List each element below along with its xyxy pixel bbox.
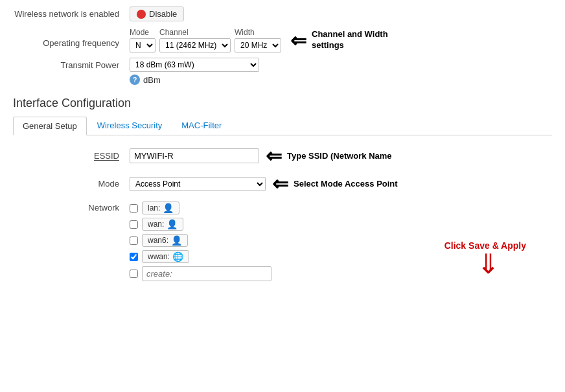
network-tag-wan-icon: 👤 [167, 219, 178, 229]
frequency-group: Mode N B G Channel 11 (2462 MHz) 1 (2412… [130, 27, 388, 52]
channel-annotation-text: Channel and Widthsettings [312, 29, 388, 51]
tab-mac-filter[interactable]: MAC-Filter [172, 117, 231, 135]
network-item-create [130, 266, 271, 281]
essid-annotation-text: Type SSID (Network Name [287, 151, 392, 161]
network-tag-wan6-label: wan6: [148, 236, 168, 245]
dbm-info-icon[interactable]: ? [130, 75, 140, 85]
essid-input[interactable] [130, 148, 259, 163]
disable-icon [137, 10, 146, 19]
essid-annotation-group: ⇐ Type SSID (Network Name [266, 144, 392, 167]
network-tag-wan-label: wan: [148, 220, 164, 229]
operating-frequency-row: Operating frequency Mode N B G Channel 1… [13, 27, 552, 52]
network-tag-wan6: wan6: 👤 [142, 234, 188, 247]
mode-arrow-icon: ⇐ [272, 172, 288, 195]
mode-col: Mode N B G [130, 28, 156, 52]
network-checkbox-lan[interactable] [130, 204, 138, 213]
width-select[interactable]: 20 MHz 40 MHz [235, 38, 281, 52]
transmit-power-label: Transmit Power [13, 58, 130, 70]
mode-col-label: Mode [130, 28, 149, 37]
network-tag-lan-label: lan: [148, 203, 160, 213]
disable-button[interactable]: Disable [130, 6, 184, 21]
channel-col: Channel 11 (2462 MHz) 1 (2412 MHz) 6 (24… [159, 28, 231, 52]
network-item-lan: lan: 👤 [130, 202, 271, 214]
operating-frequency-label: Operating frequency [13, 27, 130, 48]
network-tag-lan: lan: 👤 [142, 202, 179, 214]
channel-select[interactable]: 11 (2462 MHz) 1 (2412 MHz) 6 (2437 MHz) [159, 38, 231, 52]
wireless-enabled-row: Wireless network is enabled Disable [13, 6, 552, 21]
tab-general-setup[interactable]: General Setup [13, 117, 87, 135]
network-create-input[interactable] [142, 266, 271, 281]
channel-arrow-icon: ⇐ [290, 29, 306, 52]
mode-dropdown[interactable]: Access Point Client Ad-Hoc [130, 177, 266, 191]
network-tag-wwan-icon: 🌐 [172, 251, 183, 262]
network-checkbox-create[interactable] [130, 270, 138, 278]
channel-col-label: Channel [159, 28, 189, 37]
network-tag-lan-icon: 👤 [163, 203, 174, 213]
interface-section: Interface Configuration General Setup Wi… [13, 97, 552, 281]
width-col-label: Width [235, 28, 255, 37]
mode-label: Mode [13, 179, 130, 189]
network-checkbox-wan6[interactable] [130, 236, 138, 245]
network-item-wan6: wan6: 👤 [130, 234, 271, 247]
tab-wireless-security[interactable]: Wireless Security [88, 117, 171, 135]
network-tag-wwan-label: wwan: [148, 252, 170, 261]
network-tag-wan6-icon: 👤 [171, 235, 182, 246]
network-items-list: lan: 👤 wan: 👤 wan6: 👤 [130, 202, 271, 281]
mode-annotation-text: Select Mode Access Point [294, 179, 398, 189]
transmit-power-group: 18 dBm (63 mW) 17 dBm (50 mW) ? dBm [130, 58, 259, 85]
transmit-power-row: Transmit Power 18 dBm (63 mW) 17 dBm (50… [13, 58, 552, 85]
dbm-row: ? dBm [130, 75, 259, 85]
transmit-power-select[interactable]: 18 dBm (63 mW) 17 dBm (50 mW) [130, 58, 259, 72]
network-tag-wwan: wwan: 🌐 [142, 250, 189, 263]
disable-button-label: Disable [149, 9, 177, 19]
channel-annotation-group: ⇐ Channel and Widthsettings [290, 29, 388, 52]
save-apply-group: Click Save & Apply ⇓ [444, 240, 533, 278]
network-checkbox-wwan[interactable] [130, 253, 138, 261]
network-item-wan: wan: 👤 [130, 218, 271, 231]
frequency-selects: Mode N B G Channel 11 (2462 MHz) 1 (2412… [130, 28, 388, 52]
essid-row: ESSID ⇐ Type SSID (Network Name [13, 144, 552, 167]
mode-select[interactable]: N B G [130, 38, 156, 52]
wireless-enabled-label: Wireless network is enabled [13, 9, 130, 19]
mode-row: Mode Access Point Client Ad-Hoc ⇐ Select… [13, 172, 552, 195]
save-apply-arrow-icon: ⇓ [477, 251, 500, 278]
essid-arrow-icon: ⇐ [266, 144, 282, 167]
network-row: Network lan: 👤 wan: 👤 wan6: [13, 202, 552, 281]
network-checkbox-wan[interactable] [130, 220, 138, 229]
network-label: Network [13, 202, 130, 213]
width-col: Width 20 MHz 40 MHz [235, 28, 281, 52]
essid-label: ESSID [13, 151, 130, 161]
interface-section-title: Interface Configuration [13, 97, 552, 110]
mode-annotation-group: ⇐ Select Mode Access Point [272, 172, 398, 195]
network-item-wwan: wwan: 🌐 [130, 250, 271, 263]
dbm-label: dBm [143, 75, 161, 85]
network-tag-wan: wan: 👤 [142, 218, 183, 231]
interface-tabs: General Setup Wireless Security MAC-Filt… [13, 117, 552, 135]
